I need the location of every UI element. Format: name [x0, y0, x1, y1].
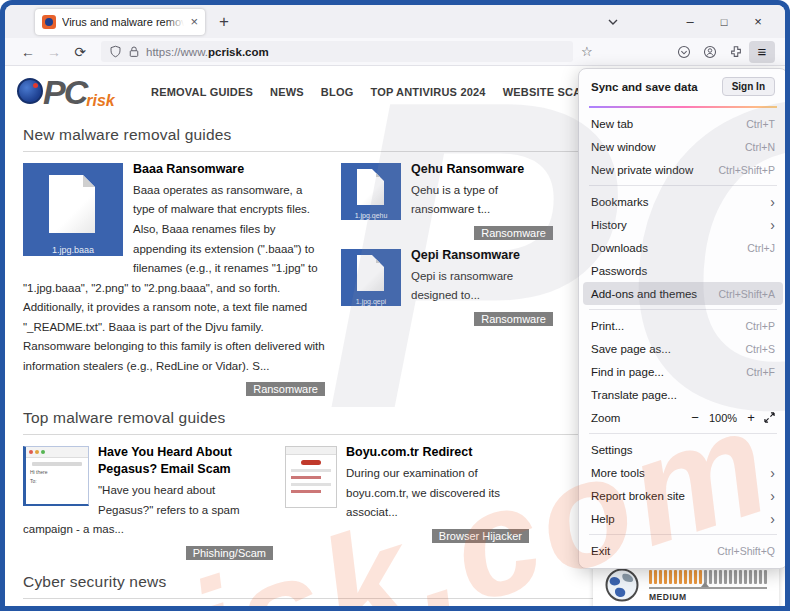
gauge-bar	[649, 570, 652, 584]
article-baaa[interactable]: 1.jpg.baaa Baaa Ransomware Baaa operates…	[23, 161, 325, 397]
category-tag[interactable]: Ransomware	[246, 382, 325, 396]
column-right: 1.jpg.qehu Qehu Ransomware Qehu is a typ…	[341, 161, 553, 327]
menu-item-addons-themes[interactable]: Add-ons and themesCtrl+Shift+A	[583, 282, 783, 305]
bookmark-star-icon[interactable]: ☆	[581, 44, 593, 59]
file-icon	[357, 255, 384, 291]
mail-text: To:	[30, 478, 88, 484]
tab-bar: Virus and malware removal inst × + – □ ×	[5, 5, 785, 38]
menu-item-sync[interactable]: Sync and save data Sign In	[579, 73, 785, 102]
browser-tab[interactable]: Virus and malware removal inst ×	[35, 9, 205, 35]
menu-item-history[interactable]: History›	[583, 213, 783, 236]
nav-removal-guides[interactable]: REMOVAL GUIDES	[151, 86, 253, 98]
menu-item-new-window[interactable]: New windowCtrl+N	[583, 135, 783, 158]
forward-button[interactable]: →	[41, 44, 67, 60]
mail-line	[32, 462, 82, 466]
chevron-right-icon: ›	[770, 466, 775, 480]
account-icon[interactable]	[697, 45, 723, 59]
gauge-bar	[679, 570, 682, 584]
hamburger-menu-button[interactable]: ≡	[749, 41, 775, 63]
article-thumbnail[interactable]	[285, 446, 337, 508]
chevron-right-icon: ›	[770, 218, 775, 232]
gauge-bar	[749, 570, 752, 584]
pcrisk-logo[interactable]: PC risk	[17, 72, 115, 112]
menu-item-save-page-as[interactable]: Save page as...Ctrl+S	[583, 337, 783, 360]
gauge-bar	[714, 570, 717, 584]
menu-item-find-in-page[interactable]: Find in page...Ctrl+F	[583, 360, 783, 383]
gauge-bar	[734, 570, 737, 584]
thumb-caption: 1.jpg.qehu	[341, 212, 401, 219]
menu-item-new-tab[interactable]: New tabCtrl+T	[583, 112, 783, 135]
web-topbar	[286, 447, 336, 455]
thumb-caption: 1.jpg.baaa	[23, 245, 123, 255]
gauge-baseline	[649, 587, 767, 589]
url-text: https://www.pcrisk.com	[146, 46, 269, 58]
gauge-bar	[669, 570, 672, 584]
menu-item-bookmarks[interactable]: Bookmarks›	[583, 190, 783, 213]
gauge-bar	[739, 570, 742, 584]
menu-item-print[interactable]: Print...Ctrl+P	[583, 314, 783, 337]
gauge-bar	[664, 570, 667, 584]
logo-text-risk: risk	[86, 92, 114, 110]
article-boyu[interactable]: Boyu.com.tr Redirect During our examinat…	[285, 444, 529, 544]
fullscreen-icon[interactable]	[764, 412, 775, 423]
extensions-puzzle-icon[interactable]	[723, 45, 749, 59]
tab-title: Virus and malware removal inst	[62, 16, 184, 28]
close-button[interactable]: ×	[741, 14, 775, 29]
pocket-icon[interactable]	[671, 45, 697, 59]
mail-text: Hi there	[30, 469, 88, 475]
gauge-bar	[659, 570, 662, 584]
menu-item-exit[interactable]: ExitCtrl+Shift+Q	[583, 539, 783, 562]
list-tabs-chevron-icon[interactable]	[607, 16, 619, 28]
article-qepi[interactable]: 1.jpg.qepi Qepi Ransomware Qepi is ranso…	[341, 247, 553, 327]
menu-item-help[interactable]: Help›	[583, 507, 783, 530]
minimize-button[interactable]: –	[673, 14, 707, 29]
article-thumbnail[interactable]: Hi there To:	[23, 446, 89, 506]
article-pegasus[interactable]: Hi there To: Have You Heard About Pegasu…	[23, 444, 273, 560]
dot-red	[29, 450, 33, 454]
category-tag[interactable]: Ransomware	[474, 226, 553, 240]
shield-icon[interactable]	[109, 45, 122, 58]
new-tab-button[interactable]: +	[219, 12, 229, 32]
menu-item-more-tools[interactable]: More tools›	[583, 461, 783, 484]
web-line	[291, 490, 321, 493]
menu-divider	[589, 534, 777, 535]
sync-label: Sync and save data	[591, 81, 698, 93]
menu-item-passwords[interactable]: Passwords	[583, 259, 783, 282]
nav-top-antivirus[interactable]: TOP ANTIVIRUS 2024	[370, 86, 485, 98]
url-bar[interactable]: https://www.pcrisk.com	[101, 41, 573, 62]
menu-item-report-broken-site[interactable]: Report broken site›	[583, 484, 783, 507]
web-line	[291, 483, 331, 486]
category-tag[interactable]: Phishing/Scam	[186, 546, 273, 560]
file-icon	[49, 175, 95, 233]
reload-button[interactable]: ⟳	[67, 44, 93, 60]
firefox-app-menu: Sync and save data Sign In New tabCtrl+T…	[578, 68, 785, 569]
nav-news[interactable]: NEWS	[270, 86, 304, 98]
menu-item-downloads[interactable]: DownloadsCtrl+J	[583, 236, 783, 259]
gauge-bar	[654, 570, 657, 584]
article-thumbnail[interactable]: 1.jpg.qepi	[341, 249, 401, 306]
menu-item-zoom: Zoom − 100% +	[583, 406, 783, 429]
zoom-level[interactable]: 100%	[704, 412, 742, 424]
maximize-button[interactable]: □	[707, 16, 741, 28]
gauge-bar	[674, 570, 677, 584]
sign-in-button[interactable]: Sign In	[722, 77, 775, 96]
menu-item-settings[interactable]: Settings	[583, 438, 783, 461]
gauge-bar	[744, 570, 747, 584]
tab-close-icon[interactable]: ×	[190, 15, 198, 28]
logo-text-pc: PC	[43, 72, 86, 112]
zoom-out-button[interactable]: −	[686, 410, 704, 425]
zoom-in-button[interactable]: +	[742, 410, 760, 425]
article-qehu[interactable]: 1.jpg.qehu Qehu Ransomware Qehu is a typ…	[341, 161, 553, 241]
gauge-bar	[709, 570, 712, 584]
gauge-bar	[764, 570, 767, 584]
web-line	[291, 469, 331, 472]
article-thumbnail[interactable]: 1.jpg.qehu	[341, 163, 401, 220]
category-tag[interactable]: Ransomware	[474, 312, 553, 326]
category-tag[interactable]: Browser Hijacker	[432, 529, 529, 543]
article-thumbnail[interactable]: 1.jpg.baaa	[23, 163, 123, 256]
lock-icon[interactable]	[128, 45, 140, 58]
menu-item-new-private-window[interactable]: New private windowCtrl+Shift+P	[583, 158, 783, 181]
menu-item-translate-page[interactable]: Translate page...	[583, 383, 783, 406]
back-button[interactable]: ←	[15, 44, 41, 60]
nav-blog[interactable]: BLOG	[321, 86, 354, 98]
